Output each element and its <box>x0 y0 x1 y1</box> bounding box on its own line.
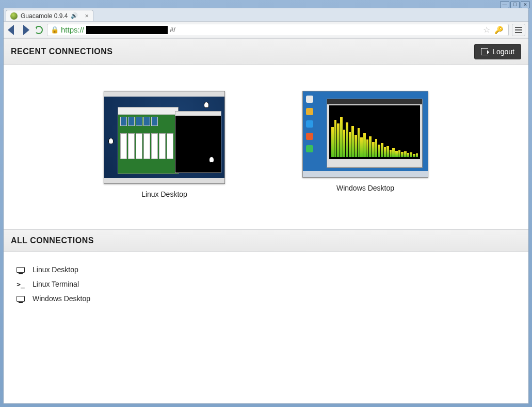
svg-marker-0 <box>8 25 14 35</box>
svg-marker-1 <box>23 25 29 35</box>
connection-label: Linux Desktop <box>33 265 78 274</box>
monitor-icon <box>16 296 25 302</box>
url-path: #/ <box>170 26 175 34</box>
lock-icon: 🔒 <box>51 26 59 34</box>
browser-tab[interactable]: Guacamole 0.9.4 🔊 × <box>6 10 93 21</box>
connection-thumbnail <box>104 91 225 184</box>
os-window-frame: Guacamole 0.9.4 🔊 × 🔒 https:// #/ ☆ 🔑 <box>0 0 532 407</box>
connection-caption: Windows Desktop <box>336 184 394 192</box>
reload-icon <box>35 26 43 34</box>
logout-button[interactable]: Logout <box>474 44 521 59</box>
nav-reload-button[interactable] <box>34 25 44 35</box>
recent-connection-windows-desktop[interactable]: Windows Desktop <box>302 91 428 198</box>
window-controls <box>498 0 532 7</box>
all-connections-header: ALL CONNECTIONS <box>4 229 528 252</box>
recent-connections-title: RECENT CONNECTIONS <box>11 47 112 56</box>
logout-label: Logout <box>492 48 514 56</box>
tab-close-icon[interactable]: × <box>85 12 89 20</box>
browser-window: Guacamole 0.9.4 🔊 × 🔒 https:// #/ ☆ 🔑 <box>3 8 529 404</box>
monitor-icon <box>16 267 25 273</box>
recent-connections-header: RECENT CONNECTIONS Logout <box>4 39 528 65</box>
connection-item-windows-desktop[interactable]: Windows Desktop <box>16 291 516 306</box>
window-minimize-button[interactable] <box>500 1 509 8</box>
address-bar[interactable]: 🔒 https:// #/ ☆ 🔑 <box>47 24 509 36</box>
window-close-button[interactable] <box>521 1 530 8</box>
saved-passwords-icon[interactable]: 🔑 <box>494 26 503 34</box>
recent-connection-linux-desktop[interactable]: Linux Desktop <box>104 91 225 198</box>
connection-item-linux-desktop[interactable]: Linux Desktop <box>16 262 516 277</box>
window-maximize-button[interactable] <box>510 1 520 8</box>
url-protocol: https:// <box>61 25 84 34</box>
nav-back-button[interactable] <box>7 25 17 35</box>
browser-nav-toolbar: 🔒 https:// #/ ☆ 🔑 <box>4 22 528 38</box>
connection-thumbnail <box>302 91 428 178</box>
terminal-icon: >_ <box>16 280 25 288</box>
url-host-redacted <box>86 26 168 34</box>
connection-item-linux-terminal[interactable]: >_ Linux Terminal <box>16 277 516 291</box>
logout-icon <box>481 48 488 55</box>
recent-connections-grid: Linux Desktop <box>4 65 528 229</box>
connection-label: Linux Terminal <box>33 280 79 288</box>
browser-menu-button[interactable] <box>512 24 525 36</box>
all-connections-list: Linux Desktop >_ Linux Terminal Windows … <box>4 252 528 316</box>
nav-forward-button[interactable] <box>20 25 30 35</box>
bookmark-star-icon[interactable]: ☆ <box>483 25 490 35</box>
guacamole-favicon-icon <box>10 12 18 20</box>
tab-audio-icon: 🔊 <box>71 12 78 19</box>
connection-label: Windows Desktop <box>33 294 90 303</box>
tab-title: Guacamole 0.9.4 <box>21 12 68 20</box>
page-content: RECENT CONNECTIONS Logout <box>4 38 528 403</box>
browser-tab-strip: Guacamole 0.9.4 🔊 × <box>4 8 528 22</box>
connection-caption: Linux Desktop <box>141 190 187 198</box>
all-connections-title: ALL CONNECTIONS <box>11 236 94 245</box>
